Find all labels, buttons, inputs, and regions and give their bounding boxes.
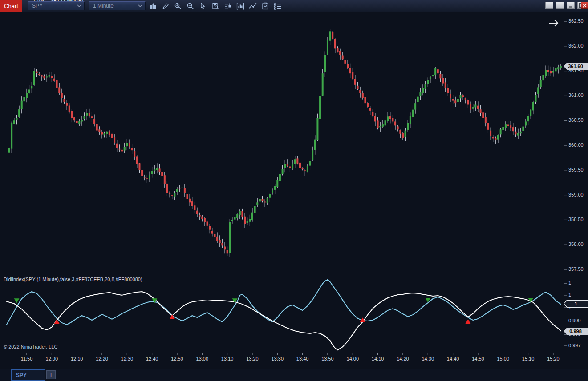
zoom-in-button[interactable]	[173, 1, 183, 11]
price-axis-tick-label: 362.50	[568, 18, 584, 24]
tab-bar: SPY +	[0, 369, 588, 381]
chart-trader-icon	[224, 2, 232, 10]
copyright-text: © 2022 NinjaTrader, LLC	[4, 344, 57, 349]
price-axis-tick-label: 360.00	[568, 142, 584, 148]
time-axis-tick-label: 15:00	[493, 356, 513, 361]
chevron-down-icon	[77, 4, 81, 7]
time-axis-tick-label: 13:50	[318, 356, 337, 361]
properties-button[interactable]	[272, 1, 283, 11]
last-price-tag: 361.60	[564, 63, 588, 70]
time-axis-tick-label: 12:50	[167, 356, 187, 361]
time-axis-tick-label: 12:20	[92, 356, 112, 361]
close-icon	[583, 4, 587, 8]
indicator-axis-tick-label: 1	[568, 280, 571, 285]
toolbar: Chart - SPY (1 Minute) Chart SPY 1 Minut…	[0, 0, 588, 12]
time-axis-tick-label: 12:30	[117, 356, 137, 361]
close-button[interactable]	[581, 2, 588, 9]
price-axis-tick-label: 362.00	[568, 43, 584, 48]
price-axis-tick-label: 359.50	[568, 167, 584, 172]
interval-dropdown[interactable]: 1 Minute	[89, 1, 146, 10]
strategies-icon	[261, 2, 269, 10]
data-box-button[interactable]	[210, 1, 221, 11]
price-axis-tick-label: 358.50	[568, 217, 584, 222]
drawing-tools-button[interactable]	[160, 1, 171, 11]
time-axis-tick-label: 13:40	[293, 356, 312, 361]
zoom-out-button[interactable]	[185, 1, 196, 11]
minimize-button[interactable]	[567, 2, 575, 9]
indicator-white-value-tag: 0.998	[564, 328, 588, 335]
time-axis-tick-label: 14:20	[393, 356, 413, 361]
properties-list-icon	[273, 2, 282, 10]
bar-pattern-icon	[236, 2, 245, 10]
time-axis-tick-label: 11:50	[17, 356, 36, 361]
chart-trader-button[interactable]	[223, 1, 233, 11]
strategies-button[interactable]	[260, 1, 271, 11]
time-axis-tick-label: 12:10	[67, 356, 87, 361]
bar-chart-type-button[interactable]	[148, 1, 158, 11]
bar-pattern-button[interactable]	[235, 1, 246, 11]
time-axis-tick-label: 13:10	[218, 356, 237, 361]
chart-window-tab[interactable]: Chart	[0, 0, 22, 12]
time-axis-tick-label: 14:50	[468, 356, 488, 361]
time-axis-tick-label: 14:40	[443, 356, 463, 361]
data-box-icon	[211, 2, 219, 10]
cursor-tool-button[interactable]	[198, 1, 208, 11]
bar-chart-icon	[149, 2, 157, 10]
chevron-down-icon	[138, 4, 142, 7]
price-axis-tick-label: 361.00	[568, 92, 584, 98]
minimize-icon	[568, 4, 573, 8]
price-axis-tick-label: 359.00	[568, 192, 584, 197]
time-axis-tick-label: 15:10	[519, 356, 538, 361]
indicator-label: DidiIndex(SPY (1 Minute),false,3,#FF87CE…	[4, 277, 142, 282]
time-axis-tick-label: 14:30	[418, 356, 438, 361]
indicators-icon	[248, 2, 257, 10]
instrument-dropdown-value: SPY	[32, 3, 77, 9]
price-axis-tick-label: 360.50	[568, 117, 584, 123]
interval-dropdown-value: 1 Minute	[93, 3, 138, 9]
indicator-blue-value-tag: 1	[564, 301, 588, 307]
tab-spy[interactable]: SPY	[11, 369, 45, 381]
indicator-axis-tick-label: 0.999	[568, 318, 581, 323]
indicator-panel-canvas[interactable]	[0, 274, 588, 353]
instrument-dropdown[interactable]: SPY	[28, 1, 85, 10]
time-axis-tick-label: 12:00	[42, 356, 61, 361]
zoom-in-icon	[174, 2, 182, 10]
chart-window: Chart - SPY (1 Minute) Chart SPY 1 Minut…	[0, 0, 588, 381]
window-button-2[interactable]	[556, 2, 564, 9]
price-chart-canvas[interactable]	[0, 12, 588, 274]
time-axis-tick-label: 15:20	[543, 356, 563, 361]
time-axis-tick-label: 13:20	[243, 356, 262, 361]
price-axis-tick-label: 358.00	[568, 241, 584, 247]
price-axis-tick-label: 357.50	[568, 266, 584, 272]
time-axis-tick-label: 14:00	[343, 356, 362, 361]
window-button-1[interactable]	[545, 2, 553, 9]
time-axis-tick-label: 12:40	[142, 356, 162, 361]
indicator-axis-tick-label: 1	[568, 292, 571, 297]
cursor-icon	[199, 2, 207, 10]
indicators-button[interactable]	[247, 1, 258, 11]
time-axis-tick-label: 13:30	[268, 356, 287, 361]
add-tab-button[interactable]: +	[46, 370, 56, 379]
indicator-axis-tick-label: 0.997	[568, 343, 581, 348]
go-to-last-bar-arrow-icon	[547, 19, 560, 28]
pencil-icon	[162, 2, 170, 10]
time-axis-tick-label: 13:00	[192, 356, 212, 361]
zoom-out-icon	[187, 2, 195, 10]
time-axis-tick-label: 14:10	[368, 356, 388, 361]
